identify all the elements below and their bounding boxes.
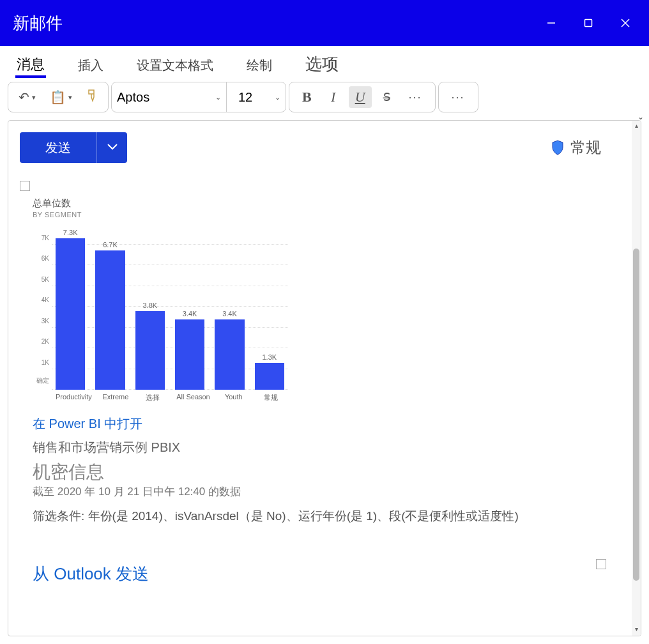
chart-bar: 1.3K <box>255 353 284 390</box>
more-formatting-button[interactable]: ··· <box>402 88 429 107</box>
chevron-down-icon <box>107 142 118 153</box>
chart-x-label: 常规 <box>257 393 284 402</box>
window-title: 新邮件 <box>13 12 530 34</box>
ribbon-tabs: 消息 插入 设置文本格式 绘制 选项 <box>0 46 649 78</box>
title-bar: 新邮件 <box>0 0 649 46</box>
chart-x-label: Youth <box>220 393 247 402</box>
chart-bar: 6.7K <box>95 241 125 390</box>
minimize-button[interactable] <box>535 7 567 39</box>
format-painter-icon <box>86 89 98 106</box>
chart-title: 总单位数 <box>33 197 301 210</box>
chart-plot-area: 确定1K2K3K4K5K6K7K 7.3K6.7K3.8K3.4K3.4K1.3… <box>33 224 288 402</box>
style-group: B I U S̶ ··· <box>289 82 436 112</box>
font-size-value: 12 <box>238 90 252 105</box>
tab-insert[interactable]: 插入 <box>77 50 105 78</box>
font-name-select[interactable]: Aptos ⌄ <box>112 82 227 112</box>
send-options-button[interactable] <box>96 132 127 163</box>
more-commands-button[interactable]: ··· <box>445 88 471 107</box>
chart-y-tick: 确定 <box>33 376 49 385</box>
bold-button[interactable]: B <box>296 86 318 108</box>
pbix-name: 销售和市场营销示例 PBIX <box>33 439 620 456</box>
chart-subtitle: BY SEGMENT <box>33 211 301 218</box>
undo-icon: ↶ <box>19 89 29 105</box>
message-body-area: ▴ ▾ 发送 常规 总单位数 BY SEGMENT <box>8 120 641 636</box>
chart-x-label: 选择 <box>139 393 166 402</box>
svg-rect-1 <box>585 20 592 27</box>
scroll-thumb[interactable] <box>633 249 639 581</box>
chart-x-label: Productivity <box>56 393 92 402</box>
ribbon-toolbar: ↶ ▾ 📋 ▾ Aptos ⌄ 12 ⌄ B I U S̶ ··· <box>0 78 649 116</box>
data-as-of: 截至 2020 年 10 月 21 日中午 12:40 的数据 <box>33 484 620 499</box>
chart-x-label: Extreme <box>102 393 129 402</box>
sent-from-outlook: 从 Outlook 发送 <box>33 563 620 585</box>
chart-bar-value-label: 3.4K <box>222 310 237 318</box>
strikethrough-icon: S̶ <box>383 90 390 104</box>
chart-bar-value-label: 1.3K <box>262 353 277 361</box>
close-button[interactable] <box>609 7 641 39</box>
tab-draw[interactable]: 绘制 <box>245 50 273 78</box>
chart-bar-value-label: 6.7K <box>103 241 118 249</box>
chart-bar-value-label: 7.3K <box>63 229 78 236</box>
chevron-down-icon: ⌄ <box>275 93 280 102</box>
chart-bar: 3.4K <box>215 310 244 390</box>
font-size-select[interactable]: 12 ⌄ <box>233 82 286 112</box>
clipboard-group: ↶ ▾ 📋 ▾ <box>8 82 109 112</box>
chart-y-tick: 5K <box>33 275 49 282</box>
sensitivity-label[interactable]: 常规 <box>551 137 620 158</box>
chart-bar-value-label: 3.4K <box>183 310 197 318</box>
font-name-value: Aptos <box>117 90 149 105</box>
chart-y-tick: 1K <box>33 358 49 365</box>
clipboard-icon: 📋 <box>50 89 66 105</box>
chart-description: 在 Power BI 中打开 销售和市场营销示例 PBIX 机密信息 截至 20… <box>33 415 620 585</box>
chart-y-tick: 3K <box>33 317 49 324</box>
scroll-up-icon[interactable]: ▴ <box>632 122 641 131</box>
chart-x-label: All Season <box>176 393 210 402</box>
sensitivity-value: 常规 <box>570 137 601 158</box>
chart-bar-value-label: 3.8K <box>143 302 158 309</box>
chart-bar: 7.3K <box>56 229 85 390</box>
send-row: 发送 常规 <box>20 132 620 163</box>
tab-options[interactable]: 选项 <box>304 47 340 78</box>
tab-message[interactable]: 消息 <box>15 49 46 78</box>
chart-x-labels: ProductivityExtreme选择All SeasonYouth常规 <box>52 393 288 402</box>
chart-bar: 3.8K <box>135 302 165 390</box>
embedded-chart: 总单位数 BY SEGMENT 确定1K2K3K4K5K6K7K 7.3K6.7… <box>33 197 301 402</box>
paste-button[interactable]: 📋 ▾ <box>46 87 76 107</box>
selection-handle[interactable] <box>596 559 606 569</box>
filter-conditions: 筛选条件: 年份(是 2014)、isVanArsdel（是 No)、运行年份(… <box>33 508 620 525</box>
chart-bars: 7.3K6.7K3.8K3.4K3.4K1.3K <box>52 224 288 390</box>
send-label: 发送 <box>45 139 71 157</box>
send-button[interactable]: 发送 <box>20 132 96 163</box>
format-painter-button[interactable] <box>82 86 102 109</box>
open-in-powerbi-link[interactable]: 在 Power BI 中打开 <box>33 415 620 433</box>
font-group: Aptos ⌄ 12 ⌄ <box>111 82 286 112</box>
maximize-button[interactable] <box>572 7 604 39</box>
overflow-group: ··· <box>438 82 478 112</box>
vertical-scrollbar[interactable]: ▴ ▾ <box>632 121 641 636</box>
chevron-down-icon: ▾ <box>68 93 72 102</box>
strikethrough-button[interactable]: S̶ <box>378 88 396 107</box>
chart-y-tick: 4K <box>33 296 49 303</box>
chart-y-tick: 2K <box>33 338 49 345</box>
undo-button[interactable]: ↶ ▾ <box>15 87 40 107</box>
scroll-down-icon[interactable]: ▾ <box>632 625 641 634</box>
tab-format-text[interactable]: 设置文本格式 <box>135 50 215 78</box>
chevron-down-icon: ▾ <box>32 93 36 102</box>
chevron-down-icon: ⌄ <box>215 93 221 102</box>
confidential-label: 机密信息 <box>33 460 620 484</box>
underline-button[interactable]: U <box>349 86 372 108</box>
italic-button[interactable]: I <box>324 86 342 108</box>
chart-bar: 3.4K <box>175 310 204 390</box>
chart-y-tick: 7K <box>33 234 49 241</box>
message-body[interactable]: 发送 常规 总单位数 BY SEGMENT 确定1K2K3K4K5K6K7K <box>8 121 632 636</box>
shield-icon <box>551 140 564 155</box>
chart-y-tick: 6K <box>33 255 49 262</box>
selection-handle[interactable] <box>20 181 30 191</box>
